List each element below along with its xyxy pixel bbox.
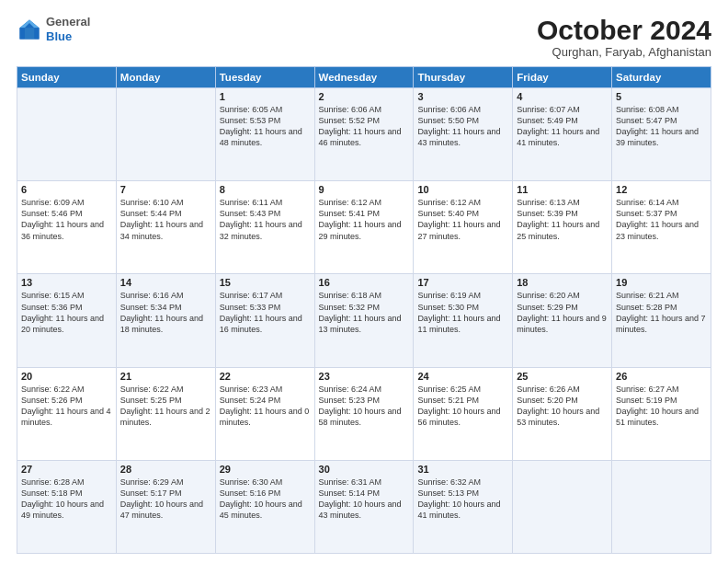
calendar-cell: 6Sunrise: 6:09 AMSunset: 5:46 PMDaylight… (17, 181, 117, 274)
calendar-cell: 17Sunrise: 6:19 AMSunset: 5:30 PMDayligh… (414, 274, 513, 367)
day-number: 29 (220, 464, 311, 475)
cell-info: Sunrise: 6:21 AMSunset: 5:28 PMDaylight:… (616, 290, 707, 335)
calendar-cell: 1Sunrise: 6:05 AMSunset: 5:53 PMDaylight… (215, 88, 314, 181)
calendar-cell (116, 88, 215, 181)
cell-info: Sunrise: 6:28 AMSunset: 5:18 PMDaylight:… (21, 477, 112, 522)
calendar-cell: 5Sunrise: 6:08 AMSunset: 5:47 PMDaylight… (612, 88, 711, 181)
day-number: 22 (220, 371, 311, 382)
svg-marker-2 (34, 28, 39, 39)
day-number: 11 (517, 184, 608, 195)
calendar-cell: 14Sunrise: 6:16 AMSunset: 5:34 PMDayligh… (116, 274, 215, 367)
logo: General Blue (17, 15, 90, 43)
calendar-cell: 15Sunrise: 6:17 AMSunset: 5:33 PMDayligh… (215, 274, 314, 367)
calendar-cell: 8Sunrise: 6:11 AMSunset: 5:43 PMDaylight… (215, 181, 314, 274)
day-number: 6 (21, 184, 112, 195)
cell-info: Sunrise: 6:06 AMSunset: 5:52 PMDaylight:… (319, 104, 410, 149)
svg-marker-3 (25, 28, 35, 39)
calendar-cell: 22Sunrise: 6:23 AMSunset: 5:24 PMDayligh… (215, 367, 314, 460)
weekday-header: Sunday (17, 67, 117, 88)
calendar-cell: 9Sunrise: 6:12 AMSunset: 5:41 PMDaylight… (314, 181, 414, 274)
logo-blue: Blue (46, 29, 90, 44)
logo-general: General (46, 15, 90, 29)
day-number: 8 (220, 184, 311, 195)
weekday-header: Tuesday (215, 67, 314, 88)
day-number: 14 (120, 277, 211, 288)
day-number: 7 (120, 184, 211, 195)
calendar-cell: 31Sunrise: 6:32 AMSunset: 5:13 PMDayligh… (414, 460, 513, 553)
title-block: October 2024 Qurghan, Faryab, Afghanista… (537, 15, 711, 59)
calendar-cell (612, 460, 711, 553)
day-number: 28 (120, 464, 211, 475)
calendar-header: SundayMondayTuesdayWednesdayThursdayFrid… (17, 67, 711, 88)
svg-marker-4 (20, 28, 25, 39)
day-number: 2 (319, 91, 410, 102)
day-number: 30 (319, 464, 410, 475)
cell-info: Sunrise: 6:18 AMSunset: 5:32 PMDaylight:… (319, 290, 410, 335)
calendar-cell: 7Sunrise: 6:10 AMSunset: 5:44 PMDaylight… (116, 181, 215, 274)
calendar-cell: 2Sunrise: 6:06 AMSunset: 5:52 PMDaylight… (314, 88, 414, 181)
cell-info: Sunrise: 6:08 AMSunset: 5:47 PMDaylight:… (616, 104, 707, 149)
cell-info: Sunrise: 6:19 AMSunset: 5:30 PMDaylight:… (417, 290, 508, 335)
calendar-cell: 13Sunrise: 6:15 AMSunset: 5:36 PMDayligh… (17, 274, 117, 367)
cell-info: Sunrise: 6:25 AMSunset: 5:21 PMDaylight:… (417, 384, 508, 429)
weekday-header: Saturday (612, 67, 711, 88)
day-number: 18 (517, 277, 608, 288)
calendar-cell: 12Sunrise: 6:14 AMSunset: 5:37 PMDayligh… (612, 181, 711, 274)
calendar-week-row: 6Sunrise: 6:09 AMSunset: 5:46 PMDaylight… (17, 181, 711, 274)
cell-info: Sunrise: 6:22 AMSunset: 5:26 PMDaylight:… (21, 384, 112, 429)
calendar-week-row: 13Sunrise: 6:15 AMSunset: 5:36 PMDayligh… (17, 274, 711, 367)
calendar-cell: 16Sunrise: 6:18 AMSunset: 5:32 PMDayligh… (314, 274, 414, 367)
day-number: 21 (120, 371, 211, 382)
day-number: 26 (616, 371, 707, 382)
weekday-header: Thursday (414, 67, 513, 88)
cell-info: Sunrise: 6:12 AMSunset: 5:41 PMDaylight:… (319, 197, 410, 242)
header: General Blue October 2024 Qurghan, Farya… (17, 15, 711, 59)
header-row: SundayMondayTuesdayWednesdayThursdayFrid… (17, 67, 711, 88)
day-number: 16 (319, 277, 410, 288)
cell-info: Sunrise: 6:30 AMSunset: 5:16 PMDaylight:… (220, 477, 311, 522)
day-number: 19 (616, 277, 707, 288)
calendar-cell: 19Sunrise: 6:21 AMSunset: 5:28 PMDayligh… (612, 274, 711, 367)
calendar-cell: 23Sunrise: 6:24 AMSunset: 5:23 PMDayligh… (314, 367, 414, 460)
calendar-cell: 4Sunrise: 6:07 AMSunset: 5:49 PMDaylight… (513, 88, 612, 181)
day-number: 9 (319, 184, 410, 195)
cell-info: Sunrise: 6:09 AMSunset: 5:46 PMDaylight:… (21, 197, 112, 242)
day-number: 27 (21, 464, 112, 475)
cell-info: Sunrise: 6:16 AMSunset: 5:34 PMDaylight:… (120, 290, 211, 335)
calendar-cell: 30Sunrise: 6:31 AMSunset: 5:14 PMDayligh… (314, 460, 414, 553)
cell-info: Sunrise: 6:05 AMSunset: 5:53 PMDaylight:… (220, 104, 311, 149)
day-number: 20 (21, 371, 112, 382)
calendar-week-row: 20Sunrise: 6:22 AMSunset: 5:26 PMDayligh… (17, 367, 711, 460)
cell-info: Sunrise: 6:24 AMSunset: 5:23 PMDaylight:… (319, 384, 410, 429)
day-number: 5 (616, 91, 707, 102)
cell-info: Sunrise: 6:10 AMSunset: 5:44 PMDaylight:… (120, 197, 211, 242)
calendar-cell: 3Sunrise: 6:06 AMSunset: 5:50 PMDaylight… (414, 88, 513, 181)
cell-info: Sunrise: 6:23 AMSunset: 5:24 PMDaylight:… (220, 384, 311, 429)
calendar-table: SundayMondayTuesdayWednesdayThursdayFrid… (17, 66, 711, 554)
calendar-body: 1Sunrise: 6:05 AMSunset: 5:53 PMDaylight… (17, 88, 711, 554)
cell-info: Sunrise: 6:07 AMSunset: 5:49 PMDaylight:… (517, 104, 608, 149)
cell-info: Sunrise: 6:06 AMSunset: 5:50 PMDaylight:… (417, 104, 508, 149)
cell-info: Sunrise: 6:13 AMSunset: 5:39 PMDaylight:… (517, 197, 608, 242)
day-number: 1 (220, 91, 311, 102)
day-number: 15 (220, 277, 311, 288)
calendar-cell: 26Sunrise: 6:27 AMSunset: 5:19 PMDayligh… (612, 367, 711, 460)
page: General Blue October 2024 Qurghan, Farya… (0, 0, 728, 563)
calendar-cell: 29Sunrise: 6:30 AMSunset: 5:16 PMDayligh… (215, 460, 314, 553)
day-number: 13 (21, 277, 112, 288)
cell-info: Sunrise: 6:14 AMSunset: 5:37 PMDaylight:… (616, 197, 707, 242)
calendar-week-row: 27Sunrise: 6:28 AMSunset: 5:18 PMDayligh… (17, 460, 711, 553)
cell-info: Sunrise: 6:22 AMSunset: 5:25 PMDaylight:… (120, 384, 211, 429)
calendar-cell: 25Sunrise: 6:26 AMSunset: 5:20 PMDayligh… (513, 367, 612, 460)
cell-info: Sunrise: 6:15 AMSunset: 5:36 PMDaylight:… (21, 290, 112, 335)
cell-info: Sunrise: 6:26 AMSunset: 5:20 PMDaylight:… (517, 384, 608, 429)
calendar-cell: 28Sunrise: 6:29 AMSunset: 5:17 PMDayligh… (116, 460, 215, 553)
logo-text: General Blue (46, 15, 90, 43)
day-number: 12 (616, 184, 707, 195)
cell-info: Sunrise: 6:31 AMSunset: 5:14 PMDaylight:… (319, 477, 410, 522)
calendar-cell: 24Sunrise: 6:25 AMSunset: 5:21 PMDayligh… (414, 367, 513, 460)
day-number: 31 (417, 464, 508, 475)
cell-info: Sunrise: 6:27 AMSunset: 5:19 PMDaylight:… (616, 384, 707, 429)
cell-info: Sunrise: 6:20 AMSunset: 5:29 PMDaylight:… (517, 290, 608, 335)
day-number: 17 (417, 277, 508, 288)
